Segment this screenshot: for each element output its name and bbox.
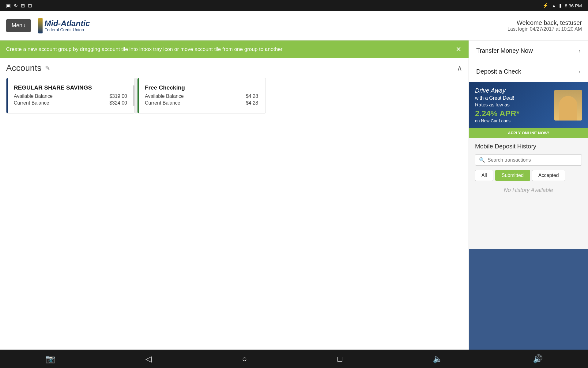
status-bar-left: ▣ ↻ ⊞ ⊡: [6, 3, 538, 9]
available-balance-label-checking: Available Balance: [145, 94, 184, 99]
current-balance-label-savings: Current Balance: [14, 100, 49, 106]
last-login-text: Last login 04/27/2017 at 10:20 AM: [507, 26, 582, 32]
available-balance-row-checking: Available Balance $4.28: [145, 94, 258, 99]
transfer-money-label: Transfer Money Now: [476, 47, 533, 54]
app-icon-2: ↻: [14, 3, 18, 9]
collapse-button[interactable]: ∧: [457, 64, 462, 72]
logo: Mid-Atlantic Federal Credit Union: [38, 18, 90, 33]
available-balance-checking: $4.28: [246, 94, 258, 99]
account-name-savings: REGULAR SHARE SAVINGS: [14, 84, 127, 91]
ad-banner-inner: Drive Away with a Great Deal! Rates as l…: [469, 82, 588, 128]
back-nav-button[interactable]: ◁: [145, 354, 152, 364]
account-tile-checking[interactable]: Free Checking Available Balance $4.28 Cu…: [137, 78, 266, 113]
deposit-check-action[interactable]: Deposit a Check ›: [469, 61, 588, 82]
deposit-check-chevron: ›: [579, 68, 581, 75]
filter-tab-accepted[interactable]: Accepted: [532, 170, 565, 181]
ad-drive-away: Drive Away: [475, 87, 554, 94]
available-balance-label-savings: Available Balance: [14, 94, 53, 99]
app-icon-1: ▣: [6, 3, 11, 9]
account-tile-savings[interactable]: REGULAR SHARE SAVINGS Available Balance …: [6, 78, 135, 113]
edit-icon[interactable]: ✎: [45, 64, 50, 72]
transfer-money-action[interactable]: Transfer Money Now ›: [469, 40, 588, 61]
current-balance-checking: $4.28: [246, 100, 258, 106]
deposit-history-section: Mobile Deposit History 🔍 All Submitted A…: [469, 138, 588, 249]
battery-icon: ▮: [559, 3, 562, 8]
logo-area: Mid-Atlantic Federal Credit Union: [38, 18, 507, 33]
tile-divider: [135, 78, 137, 113]
deposit-check-label: Deposit a Check: [476, 68, 521, 75]
accounts-section: Accounts ✎ ∧ REGULAR SHARE SAVINGS Avail…: [0, 58, 469, 118]
bluetooth-icon: ⚡: [543, 3, 548, 8]
logo-main-text: Mid-Atlantic: [44, 19, 90, 27]
accounts-title: Accounts: [6, 63, 41, 73]
available-balance-savings: $319.00: [109, 94, 127, 99]
accounts-title-row: Accounts ✎: [6, 63, 50, 73]
ad-text: Drive Away with a Great Deal! Rates as l…: [475, 87, 554, 123]
home-nav-button[interactable]: ○: [242, 354, 247, 364]
ad-with-deal: with a Great Deal!: [475, 95, 554, 101]
accounts-header: Accounts ✎ ∧: [6, 63, 462, 73]
right-sidebar: Transfer Money Now › Deposit a Check › D…: [469, 40, 588, 350]
logo-stripe: [38, 18, 43, 33]
search-box[interactable]: 🔍: [475, 154, 582, 166]
current-balance-row-checking: Current Balance $4.28: [145, 100, 258, 106]
deposit-history-title: Mobile Deposit History: [475, 143, 582, 150]
welcome-area: Welcome back, testuser Last login 04/27/…: [507, 19, 582, 32]
ad-rate: 2.24% APR*: [475, 109, 554, 118]
welcome-text: Welcome back, testuser: [507, 19, 582, 26]
menu-button[interactable]: Menu: [6, 19, 31, 32]
logo-sub-text: Federal Credit Union: [44, 27, 84, 32]
search-icon: 🔍: [479, 157, 485, 163]
ad-car-loans: on New Car Loans: [475, 118, 554, 123]
status-bar-right: ⚡ ▲ ▮ 8:36 PM: [543, 3, 582, 8]
status-bar: ▣ ↻ ⊞ ⊡ ⚡ ▲ ▮ 8:36 PM: [0, 0, 588, 11]
left-content: Create a new account group by dragging a…: [0, 40, 469, 350]
app-icon-4: ⊡: [28, 3, 32, 9]
bottom-nav: 📷 ◁ ○ □ 🔈 🔊: [0, 350, 588, 368]
ad-person-figure: [559, 96, 577, 121]
recent-nav-button[interactable]: □: [337, 354, 342, 364]
ad-rates-low: Rates as low as: [475, 102, 554, 108]
notification-message: Create a new account group by dragging a…: [6, 46, 284, 52]
no-history-message: No History Available: [475, 187, 582, 194]
scroll-indicator: [133, 85, 134, 106]
filter-tabs: All Submitted Accepted: [475, 170, 582, 181]
account-name-checking: Free Checking: [145, 84, 258, 91]
filter-tab-submitted[interactable]: Submitted: [495, 170, 530, 181]
transfer-money-chevron: ›: [579, 47, 581, 54]
account-tiles: REGULAR SHARE SAVINGS Available Balance …: [6, 78, 462, 113]
time-display: 8:36 PM: [565, 3, 582, 8]
header: Menu Mid-Atlantic Federal Credit Union W…: [0, 11, 588, 40]
ad-banner[interactable]: Drive Away with a Great Deal! Rates as l…: [469, 82, 588, 138]
notification-close-button[interactable]: ✕: [454, 45, 462, 53]
ad-apply-button[interactable]: APPLY ONLINE NOW!: [469, 128, 588, 138]
volume-down-nav-button[interactable]: 🔈: [433, 354, 443, 364]
current-balance-savings: $324.00: [109, 100, 127, 106]
logo-box: Mid-Atlantic Federal Credit Union: [44, 19, 90, 32]
main-layout: Create a new account group by dragging a…: [0, 40, 588, 350]
app-icon-3: ⊞: [21, 3, 25, 9]
available-balance-row-savings: Available Balance $319.00: [14, 94, 127, 99]
notification-bar: Create a new account group by dragging a…: [0, 40, 469, 58]
volume-up-nav-button[interactable]: 🔊: [533, 354, 543, 364]
current-balance-label-checking: Current Balance: [145, 100, 180, 106]
camera-nav-button[interactable]: 📷: [45, 354, 55, 364]
signal-icon: ▲: [552, 3, 556, 8]
current-balance-row-savings: Current Balance $324.00: [14, 100, 127, 106]
search-input[interactable]: [488, 157, 578, 163]
ad-person-image: [554, 90, 582, 121]
sidebar-bottom: [469, 249, 588, 350]
filter-tab-all[interactable]: All: [475, 170, 493, 181]
